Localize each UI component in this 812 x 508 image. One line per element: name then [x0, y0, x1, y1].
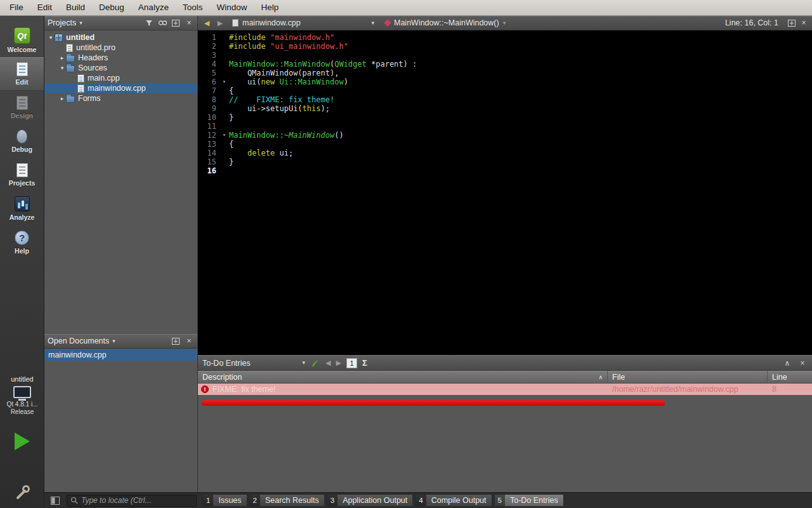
build-button[interactable] [0, 484, 44, 502]
code-line-8[interactable]: 8// FIXME: fix theme! [198, 95, 812, 104]
mode-debug[interactable]: Debug [0, 124, 44, 158]
filter-icon[interactable] [144, 18, 154, 28]
menu-file[interactable]: File [3, 0, 30, 15]
caret-down-icon[interactable]: ▾ [58, 65, 66, 71]
close-icon[interactable]: × [184, 18, 194, 28]
close-icon[interactable]: × [799, 18, 809, 28]
locator-input[interactable] [81, 496, 193, 505]
locator[interactable] [67, 495, 197, 507]
todo-entry-row[interactable]: !FIXME: fix theme!/home/razr/untitled/ma… [198, 384, 812, 395]
code-line-7[interactable]: 7{ [198, 86, 812, 95]
code-line-15[interactable]: 15} [198, 157, 812, 166]
column-header-description[interactable]: Description∧ [198, 371, 608, 383]
tree-item-label: Sources [78, 64, 107, 72]
mode-help[interactable]: ?Help [0, 225, 44, 259]
code-line-14[interactable]: 14 delete ui; [198, 149, 812, 157]
menu-analyze[interactable]: Analyze [131, 0, 176, 15]
maximize-panel-icon[interactable]: ∧ [782, 358, 792, 368]
code-line-10[interactable]: 10} [198, 113, 812, 122]
fold-marker-icon[interactable]: ▾ [219, 77, 229, 86]
fold-gutter [219, 95, 229, 104]
caret-down-icon[interactable]: ▾ [47, 34, 55, 41]
code-editor[interactable]: 1#include "mainwindow.h"2#include "ui_ma… [198, 30, 812, 355]
split-icon[interactable] [787, 18, 797, 28]
open-document-item[interactable]: mainwindow.cpp [44, 349, 197, 361]
code-line-12[interactable]: 12▾MainWindow::~MainWindow() [198, 131, 812, 140]
next-item-icon[interactable]: ▶ [336, 359, 341, 366]
line-number: 12 [198, 131, 219, 140]
mode-welcome[interactable]: QtWelcome [0, 23, 44, 57]
code-line-6[interactable]: 6▾ ui(new Ui::MainWindow) [198, 77, 812, 86]
code-line-3[interactable]: 3 [198, 51, 812, 60]
fold-marker-icon[interactable]: ▾ [219, 131, 229, 140]
edit-mode-icon [16, 62, 28, 76]
output-pane-application-output[interactable]: 3Application Output [327, 494, 414, 507]
code-line-1[interactable]: 1#include "mainwindow.h" [198, 33, 812, 42]
sidebar-toggle-icon[interactable] [49, 495, 61, 506]
mode-edit[interactable]: Edit [0, 57, 44, 91]
project-tree: ▾untitleduntitled.pro▸Headers▾Sourcesmai… [44, 30, 197, 334]
symbol-name: MainWindow::~MainWindow() [394, 18, 499, 27]
output-pane-to-do-entries[interactable]: 5To-Do Entries [494, 494, 564, 507]
mode-projects[interactable]: Projects [0, 158, 44, 192]
menubar: FileEditBuildDebugAnalyzeToolsWindowHelp [0, 0, 812, 16]
split-icon[interactable] [171, 336, 181, 346]
output-pane-number: 2 [250, 495, 260, 506]
code-token: } [229, 157, 233, 166]
open-file-dropdown[interactable]: mainwindow.cpp ▾ [228, 17, 379, 30]
line-number: 4 [198, 60, 219, 69]
output-pane-dropdown[interactable]: To-Do Entries ▾ [202, 359, 305, 368]
code-line-16[interactable]: 16 [198, 166, 812, 175]
column-header-line[interactable]: Line [768, 371, 812, 383]
tree-item-sources[interactable]: ▾Sources [44, 63, 197, 73]
red-bar [202, 400, 665, 406]
tree-item-forms[interactable]: ▸Forms [44, 93, 197, 104]
split-icon[interactable] [171, 18, 181, 28]
kit-name-line2: Release [0, 408, 44, 416]
caret-right-icon[interactable]: ▸ [58, 55, 66, 61]
output-pane-compile-output[interactable]: 4Compile Output [415, 494, 492, 507]
tree-item-mainwindow-cpp[interactable]: mainwindow.cpp [44, 83, 197, 93]
output-pane-search-results[interactable]: 2Search Results [249, 494, 325, 507]
projects-pane-title[interactable]: Projects [48, 18, 76, 27]
run-button[interactable] [0, 432, 44, 450]
caret-right-icon[interactable]: ▸ [58, 95, 66, 102]
caret-down-icon[interactable]: ▾ [112, 338, 115, 344]
menu-window[interactable]: Window [209, 0, 254, 15]
tree-item-headers[interactable]: ▸Headers [44, 53, 197, 63]
column-header-file[interactable]: File [608, 371, 768, 383]
sync-with-editor-icon[interactable] [157, 18, 167, 28]
code-line-2[interactable]: 2#include "ui_mainwindow.h" [198, 42, 812, 51]
menu-help[interactable]: Help [254, 0, 285, 15]
tree-item-untitled[interactable]: ▾untitled [44, 32, 197, 43]
tree-item-main-cpp[interactable]: main.cpp [44, 73, 197, 83]
close-icon[interactable]: × [184, 336, 194, 346]
menu-tools[interactable]: Tools [176, 0, 210, 15]
go-back-icon[interactable]: ◀ [201, 19, 213, 27]
code-line-text: #include "ui_mainwindow.h" [229, 42, 348, 51]
sum-icon[interactable]: Σ [362, 358, 367, 368]
symbol-dropdown[interactable]: MainWindow::~MainWindow() ▾ [381, 17, 510, 30]
open-documents-title[interactable]: Open Documents [48, 337, 109, 345]
code-line-5[interactable]: 5 QMainWindow(parent), [198, 69, 812, 77]
code-line-13[interactable]: 13{ [198, 140, 812, 149]
code-token: this [303, 104, 321, 113]
mode-label: Debug [11, 145, 32, 153]
code-line-9[interactable]: 9 ui->setupUi(this); [198, 104, 812, 113]
close-icon[interactable]: × [797, 358, 808, 368]
code-line-text: ui(new Ui::MainWindow) [229, 77, 348, 86]
menu-build[interactable]: Build [59, 0, 92, 15]
menu-edit[interactable]: Edit [30, 0, 59, 15]
go-forward-icon[interactable]: ▶ [214, 19, 226, 27]
search-icon [70, 497, 78, 504]
output-pane-issues[interactable]: 1Issues [202, 494, 247, 507]
scan-icon[interactable] [310, 358, 320, 368]
menu-debug[interactable]: Debug [92, 0, 131, 15]
tree-item-untitled-pro[interactable]: untitled.pro [44, 43, 197, 53]
mode-analyze[interactable]: Analyze [0, 192, 44, 225]
code-line-11[interactable]: 11 [198, 122, 812, 131]
previous-item-icon[interactable]: ◀ [325, 359, 331, 366]
caret-down-icon[interactable]: ▾ [79, 20, 82, 26]
kit-selector[interactable]: untitled Qt 4.8.1 i... Release [0, 375, 44, 416]
code-line-4[interactable]: 4MainWindow::MainWindow(QWidget *parent)… [198, 60, 812, 69]
